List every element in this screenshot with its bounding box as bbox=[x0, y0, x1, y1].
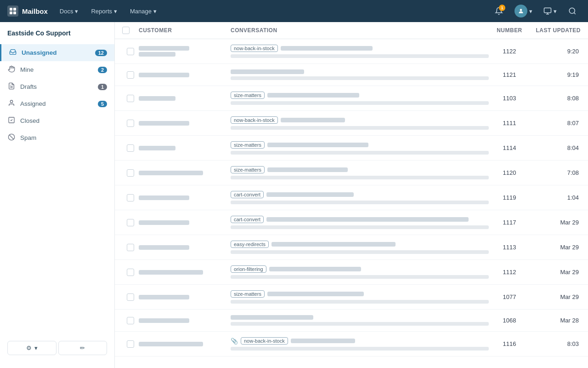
conversation-col bbox=[231, 69, 489, 80]
conversation-tag: cart-convert bbox=[231, 191, 264, 198]
customer-col bbox=[139, 342, 231, 346]
avatar bbox=[514, 5, 527, 17]
customer-col bbox=[139, 171, 231, 175]
sidebar-item-unassigned[interactable]: Unassigned 12 bbox=[0, 44, 114, 61]
settings-button[interactable]: ⚙ ▾ bbox=[7, 341, 57, 355]
header-customer: Customer bbox=[139, 27, 231, 34]
customer-col bbox=[139, 196, 231, 200]
reports-menu[interactable]: Reports ▾ bbox=[86, 6, 122, 17]
last-updated: 9:20 bbox=[530, 48, 581, 55]
conv-body bbox=[231, 322, 489, 326]
sidebar-badge-drafts: 1 bbox=[98, 84, 107, 90]
conv-body bbox=[231, 225, 489, 229]
manage-chevron: ▾ bbox=[153, 8, 157, 15]
conversation-col: size-matters bbox=[231, 290, 489, 304]
row-checkbox[interactable] bbox=[122, 169, 139, 177]
docs-menu[interactable]: Docs ▾ bbox=[55, 6, 83, 17]
sidebar-item-closed[interactable]: Closed bbox=[0, 112, 114, 129]
row-checkbox[interactable] bbox=[122, 194, 139, 201]
last-updated: 8:08 bbox=[530, 95, 581, 102]
table-row[interactable]: cart-convert 1117 Mar 29 bbox=[115, 210, 588, 235]
conversation-tag: size-matters bbox=[231, 290, 265, 298]
row-checkbox[interactable] bbox=[122, 293, 139, 301]
hand-icon bbox=[7, 65, 16, 74]
table-row[interactable]: size-matters 1103 8:08 bbox=[115, 86, 588, 111]
header-checkbox-col bbox=[122, 27, 139, 34]
row-checkbox[interactable] bbox=[122, 48, 139, 55]
table-header: Customer Conversation Number Last Update… bbox=[115, 22, 588, 39]
conversation-number: 1116 bbox=[489, 340, 530, 347]
table-row[interactable]: orion-filtering 1112 Mar 29 bbox=[115, 260, 588, 285]
last-updated: Mar 29 bbox=[530, 293, 581, 300]
svg-rect-3 bbox=[13, 12, 16, 14]
inbox-icon bbox=[9, 48, 17, 57]
row-checkbox[interactable] bbox=[122, 269, 139, 276]
conversation-col: orion-filtering bbox=[231, 265, 489, 279]
row-checkbox[interactable] bbox=[122, 144, 139, 152]
conv-body bbox=[231, 347, 489, 351]
conv-title bbox=[281, 118, 345, 122]
sidebar-badge-unassigned: 12 bbox=[95, 50, 107, 56]
row-checkbox[interactable] bbox=[122, 120, 139, 127]
app-logo[interactable]: Mailbox bbox=[7, 6, 48, 17]
draft-icon bbox=[7, 82, 16, 91]
sidebar-title: Eastside Co Support bbox=[0, 29, 114, 44]
svg-line-7 bbox=[574, 12, 575, 14]
table-row[interactable]: cart-convert 1119 1:04 bbox=[115, 185, 588, 210]
select-all-checkbox[interactable] bbox=[122, 27, 130, 34]
customer-name-line bbox=[139, 220, 189, 225]
table-row[interactable]: 1121 9:19 bbox=[115, 64, 588, 86]
profile-button[interactable]: ▾ bbox=[511, 3, 536, 19]
last-updated: Mar 29 bbox=[530, 269, 581, 276]
sidebar-item-assigned[interactable]: Assigned 5 bbox=[0, 95, 114, 112]
manage-menu[interactable]: Manage ▾ bbox=[125, 6, 161, 17]
new-conversation-button[interactable]: ✏ bbox=[58, 341, 107, 355]
table-row[interactable]: now-back-in-stock 1122 9:20 bbox=[115, 39, 588, 64]
table-row[interactable]: size-matters 1114 8:04 bbox=[115, 136, 588, 161]
header-conversation: Conversation bbox=[231, 27, 489, 34]
conversation-number: 1120 bbox=[489, 169, 530, 176]
agent-button[interactable]: ▾ bbox=[540, 5, 560, 17]
last-updated: Mar 28 bbox=[530, 317, 581, 324]
profile-chevron: ▾ bbox=[529, 8, 532, 15]
main-layout: Eastside Co Support Unassigned 12 Mine 2 bbox=[0, 22, 588, 368]
agent-chevron: ▾ bbox=[554, 8, 557, 15]
table-row[interactable]: easy-redirects 1113 Mar 29 bbox=[115, 235, 588, 260]
conv-body bbox=[231, 176, 489, 179]
closed-icon bbox=[7, 116, 16, 125]
conv-body bbox=[231, 275, 489, 279]
sidebar-item-mine[interactable]: Mine 2 bbox=[0, 61, 114, 78]
conv-body bbox=[231, 201, 489, 204]
manage-label: Manage bbox=[130, 8, 152, 15]
conv-title bbox=[291, 339, 355, 343]
table-row[interactable]: size-matters 1120 7:08 bbox=[115, 161, 588, 185]
customer-name-line bbox=[139, 96, 175, 101]
conversation-tag: orion-filtering bbox=[231, 265, 266, 273]
customer-col bbox=[139, 318, 231, 323]
notifications-button[interactable]: 1 bbox=[491, 3, 507, 19]
search-button[interactable] bbox=[564, 3, 581, 19]
last-updated: 8:03 bbox=[530, 340, 581, 347]
table-row[interactable]: now-back-in-stock 1111 8:07 bbox=[115, 111, 588, 136]
row-checkbox[interactable] bbox=[122, 244, 139, 251]
sidebar-item-spam[interactable]: Spam bbox=[0, 129, 114, 146]
conversation-number: 1121 bbox=[489, 71, 530, 78]
row-checkbox[interactable] bbox=[122, 71, 139, 79]
conversation-tag: size-matters bbox=[231, 141, 265, 149]
row-checkbox[interactable] bbox=[122, 219, 139, 226]
conv-title bbox=[267, 143, 368, 147]
row-checkbox[interactable] bbox=[122, 317, 139, 324]
attachment-icon: 📎 bbox=[231, 338, 238, 345]
svg-rect-1 bbox=[13, 8, 16, 11]
table-row[interactable]: 📎 now-back-in-stock 1116 8:03 bbox=[115, 332, 588, 356]
last-updated: 1:04 bbox=[530, 194, 581, 201]
conversation-number: 1122 bbox=[489, 48, 530, 55]
table-row[interactable]: size-matters 1077 Mar 29 bbox=[115, 285, 588, 310]
table-row[interactable]: 1068 Mar 28 bbox=[115, 310, 588, 332]
row-checkbox[interactable] bbox=[122, 95, 139, 102]
conv-title bbox=[281, 46, 373, 51]
sidebar-item-drafts[interactable]: Drafts 1 bbox=[0, 78, 114, 95]
customer-col bbox=[139, 220, 231, 225]
conv-title bbox=[231, 69, 304, 74]
row-checkbox[interactable] bbox=[122, 340, 139, 348]
